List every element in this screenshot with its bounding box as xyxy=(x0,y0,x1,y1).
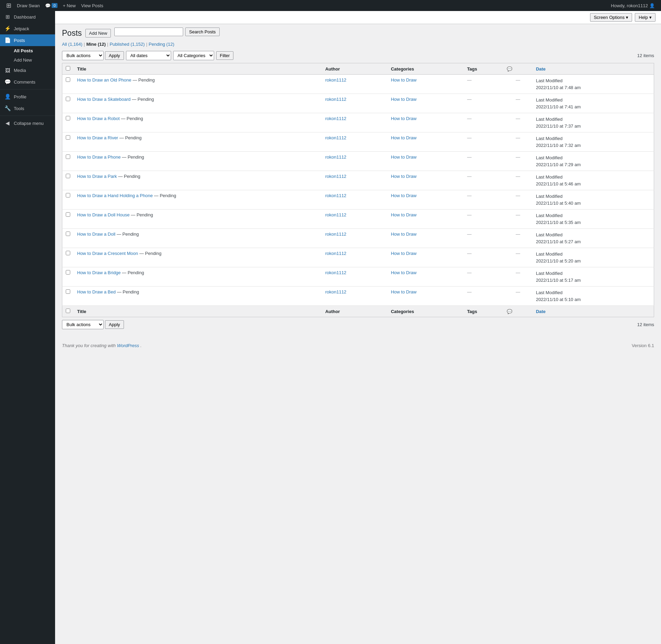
post-title-link-1[interactable]: How to Draw a Skateboard xyxy=(77,97,130,102)
row-checkbox-2[interactable] xyxy=(66,116,70,120)
sidebar-subitem-all-posts[interactable]: All Posts xyxy=(0,46,55,55)
post-title-link-10[interactable]: How to Draw a Bridge xyxy=(77,270,120,275)
row-checkbox-9[interactable] xyxy=(66,251,70,255)
author-link-11[interactable]: rokon1112 xyxy=(325,289,346,294)
post-title-link-6[interactable]: How to Draw a Hand Holding a Phone xyxy=(77,193,153,198)
filter-pending[interactable]: Pending (12) xyxy=(149,42,174,47)
search-posts-button[interactable]: Search Posts xyxy=(185,28,219,36)
sidebar-item-posts[interactable]: 📄 Posts xyxy=(0,34,55,46)
bulk-apply-button-top[interactable]: Apply xyxy=(105,51,124,60)
author-link-10[interactable]: rokon1112 xyxy=(325,270,346,275)
post-title-link-3[interactable]: How to Draw a River xyxy=(77,135,118,140)
select-all-checkbox-bottom[interactable] xyxy=(66,309,70,313)
author-link-6[interactable]: rokon1112 xyxy=(325,193,346,198)
author-link-9[interactable]: rokon1112 xyxy=(325,251,346,256)
adminbar-comments[interactable]: 💬 0 xyxy=(42,0,60,11)
category-link-7[interactable]: How to Draw xyxy=(391,212,416,217)
categories-filter-select[interactable]: All Categories How to Draw xyxy=(173,51,214,60)
author-link-1[interactable]: rokon1112 xyxy=(325,97,346,102)
category-link-4[interactable]: How to Draw xyxy=(391,154,416,160)
row-category-cell: How to Draw xyxy=(387,152,463,171)
adminbar-view-posts[interactable]: View Posts xyxy=(78,0,106,11)
sidebar-item-collapse[interactable]: ◀ Collapse menu xyxy=(0,117,55,129)
adminbar-wp-logo[interactable]: ⊞ xyxy=(3,0,14,11)
row-title-cell: How to Draw a Phone — Pending xyxy=(74,152,322,171)
author-link-5[interactable]: rokon1112 xyxy=(325,174,346,179)
row-checkbox-10[interactable] xyxy=(66,270,70,275)
row-tags-cell: — xyxy=(464,210,504,229)
category-link-10[interactable]: How to Draw xyxy=(391,270,416,275)
row-checkbox-3[interactable] xyxy=(66,135,70,140)
post-title-link-8[interactable]: How to Draw a Doll xyxy=(77,232,115,237)
post-title-link-4[interactable]: How to Draw a Phone xyxy=(77,154,120,160)
sidebar-item-profile[interactable]: 👤 Profile xyxy=(0,91,55,103)
help-button[interactable]: Help ▾ xyxy=(635,13,655,22)
row-date-cell: Last Modified 2022/11/10 at 5:17 am xyxy=(533,267,654,287)
select-all-checkbox-top[interactable] xyxy=(66,66,70,71)
category-link-2[interactable]: How to Draw xyxy=(391,116,416,121)
table-row: How to Draw a Skateboard — Pending rokon… xyxy=(62,94,654,113)
row-checkbox-5[interactable] xyxy=(66,174,70,178)
filter-all[interactable]: All (1,164) xyxy=(62,42,82,47)
bulk-apply-button-bottom[interactable]: Apply xyxy=(105,320,124,329)
table-header: Title Author Categories Tags 💬 xyxy=(62,63,654,75)
row-checkbox-8[interactable] xyxy=(66,232,70,236)
row-checkbox-6[interactable] xyxy=(66,193,70,197)
sidebar-item-media[interactable]: 🖼 Media xyxy=(0,65,55,76)
add-new-button[interactable]: Add New xyxy=(85,29,111,37)
bulk-actions-select-bottom[interactable]: Bulk actions Edit Move to Trash xyxy=(62,320,104,329)
category-link-5[interactable]: How to Draw xyxy=(391,174,416,179)
row-title-cell: How to Draw a Park — Pending xyxy=(74,171,322,190)
bulk-actions-select-top[interactable]: Bulk actions Edit Move to Trash xyxy=(62,51,104,60)
filter-published[interactable]: Published (1,152) xyxy=(109,42,145,47)
author-link-0[interactable]: rokon1112 xyxy=(325,77,346,83)
sidebar-item-tools[interactable]: 🔧 Tools xyxy=(0,103,55,114)
author-link-7[interactable]: rokon1112 xyxy=(325,212,346,217)
post-title-link-7[interactable]: How to Draw a Doll House xyxy=(77,212,129,217)
sidebar-subitem-add-new[interactable]: Add New xyxy=(0,55,55,65)
filter-mine[interactable]: Mine (12) xyxy=(86,42,106,47)
row-checkbox-0[interactable] xyxy=(66,77,70,82)
category-link-0[interactable]: How to Draw xyxy=(391,77,416,83)
author-link-8[interactable]: rokon1112 xyxy=(325,232,346,237)
category-link-11[interactable]: How to Draw xyxy=(391,289,416,294)
post-title-link-11[interactable]: How to Draw a Bed xyxy=(77,289,116,294)
row-checkbox-7[interactable] xyxy=(66,212,70,217)
post-title-link-2[interactable]: How to Draw a Robot xyxy=(77,116,120,121)
post-title-link-5[interactable]: How to Draw a Park xyxy=(77,174,117,179)
sidebar-item-dashboard[interactable]: ⊞ Dashboard xyxy=(0,11,55,23)
author-link-3[interactable]: rokon1112 xyxy=(325,135,346,140)
posts-table: Title Author Categories Tags 💬 xyxy=(62,63,654,317)
search-input[interactable] xyxy=(114,28,183,36)
row-tags-cell: — xyxy=(464,75,504,94)
row-checkbox-cell xyxy=(62,287,74,306)
sidebar-item-comments[interactable]: 💬 Comments xyxy=(0,76,55,88)
adminbar-howdy[interactable]: Howdy, rokon1112 👤 xyxy=(608,0,658,11)
wordpress-link[interactable]: WordPress xyxy=(117,343,140,348)
category-link-3[interactable]: How to Draw xyxy=(391,135,416,140)
category-link-6[interactable]: How to Draw xyxy=(391,193,416,198)
post-title-link-9[interactable]: How to Draw a Crescent Moon xyxy=(77,251,138,256)
category-link-8[interactable]: How to Draw xyxy=(391,232,416,237)
menu-separator xyxy=(0,89,55,89)
author-link-2[interactable]: rokon1112 xyxy=(325,116,346,121)
row-checkbox-1[interactable] xyxy=(66,97,70,101)
sidebar-item-label: Comments xyxy=(14,79,35,85)
adminbar-new[interactable]: + New xyxy=(60,0,78,11)
sidebar-item-jetpack[interactable]: ⚡ Jetpack xyxy=(0,23,55,34)
adminbar-site-name[interactable]: Draw Swan xyxy=(14,0,42,11)
author-link-4[interactable]: rokon1112 xyxy=(325,154,346,160)
post-title-link-0[interactable]: How to Draw an Old Phone xyxy=(77,77,132,83)
row-comments-cell: — xyxy=(503,190,532,210)
row-checkbox-11[interactable] xyxy=(66,289,70,294)
row-title-cell: How to Draw a Robot — Pending xyxy=(74,113,322,132)
screen-options-button[interactable]: Screen Options ▾ xyxy=(590,13,632,22)
row-checkbox-4[interactable] xyxy=(66,154,70,159)
filter-button[interactable]: Filter xyxy=(216,51,234,60)
dates-filter-select[interactable]: All dates November 2022 xyxy=(126,51,171,60)
category-link-9[interactable]: How to Draw xyxy=(391,251,416,256)
col-footer-categories: Categories xyxy=(387,306,463,317)
category-link-1[interactable]: How to Draw xyxy=(391,97,416,102)
table-row: How to Draw a Hand Holding a Phone — Pen… xyxy=(62,190,654,210)
col-header-cb xyxy=(62,63,74,75)
